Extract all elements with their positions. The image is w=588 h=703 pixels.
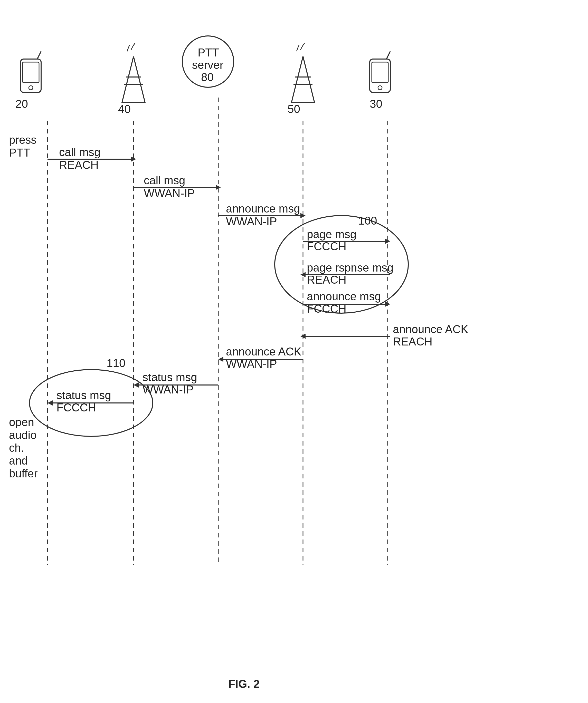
ptt-label2: server — [192, 59, 223, 71]
msg-status-fccch-arrow — [48, 400, 53, 405]
fig-label: FIG. 2 — [228, 678, 260, 690]
press-ptt-line1: press — [9, 134, 37, 146]
msg-announce-wwan-label2: WWAN-IP — [226, 215, 277, 228]
bubble-100-label: 100 — [358, 214, 377, 227]
msg-status-fccch-label1: status msg — [57, 389, 111, 401]
msg-ack-wwan-label2: WWAN-IP — [226, 358, 277, 370]
msg-call-reach-label1: call msg — [59, 146, 100, 158]
msg-ack-reach-label2: REACH — [393, 335, 432, 348]
msg-page-rspnse-label2: REACH — [307, 274, 346, 286]
msg-page-fccch-label1: page msg — [307, 228, 356, 240]
msg-page-rspnse-label1: page rspnse msg — [307, 261, 394, 274]
device20-label: 20 — [15, 97, 28, 110]
msg-ack-wwan-label1: announce ACK — [226, 345, 301, 358]
ptt-server: PTT server 80 — [182, 36, 234, 87]
svg-line-14 — [386, 51, 390, 59]
tower50-label: 50 — [288, 103, 300, 115]
msg-announce-fccch-label2: FCCCH — [307, 302, 346, 315]
msg-ack-wwan-arrow — [218, 357, 223, 362]
msg-page-fccch-label2: FCCCH — [307, 240, 346, 252]
svg-point-13 — [378, 86, 382, 90]
open-audio-line4: and — [9, 454, 28, 467]
svg-marker-8 — [291, 57, 314, 103]
ptt-label3: 80 — [201, 71, 214, 83]
bubble-110-label: 110 — [106, 357, 125, 369]
tower40-label: 40 — [118, 103, 131, 115]
press-ptt-line2: PTT — [9, 146, 30, 159]
diagram: 20 40 PTT server 80 50 30 — [0, 0, 588, 703]
msg-ack-reach-label1: announce ACK — [393, 323, 468, 335]
svg-point-2 — [29, 86, 33, 90]
msg-announce-fccch-label1: announce msg — [307, 290, 381, 303]
tower-40: 40 — [118, 43, 145, 115]
msg-announce-wwan-label1: announce msg — [226, 202, 300, 215]
msg-status-fccch-label2: FCCCH — [57, 401, 96, 414]
msg-call-reach-label2: REACH — [59, 159, 98, 171]
device-20: 20 — [15, 51, 41, 110]
msg-call-wwan-label2: WWAN-IP — [144, 187, 195, 200]
open-audio-line1: open — [9, 416, 34, 428]
ptt-label1: PTT — [198, 46, 219, 59]
svg-rect-1 — [22, 62, 39, 83]
msg-call-wwan-label1: call msg — [144, 174, 185, 186]
device30-label: 30 — [370, 97, 382, 110]
tower-50: 50 — [288, 43, 314, 115]
svg-rect-11 — [370, 59, 390, 92]
svg-rect-0 — [20, 59, 41, 92]
open-audio-line2: audio — [9, 428, 37, 441]
open-audio-line5: buffer — [9, 467, 38, 480]
svg-marker-4 — [122, 57, 145, 103]
svg-line-3 — [37, 51, 41, 59]
device-30: 30 — [370, 51, 390, 110]
msg-status-wwan-label1: status msg — [143, 371, 197, 383]
svg-rect-12 — [372, 62, 388, 83]
open-audio-line3: ch. — [9, 442, 24, 454]
msg-status-wwan-arrow — [134, 382, 139, 388]
